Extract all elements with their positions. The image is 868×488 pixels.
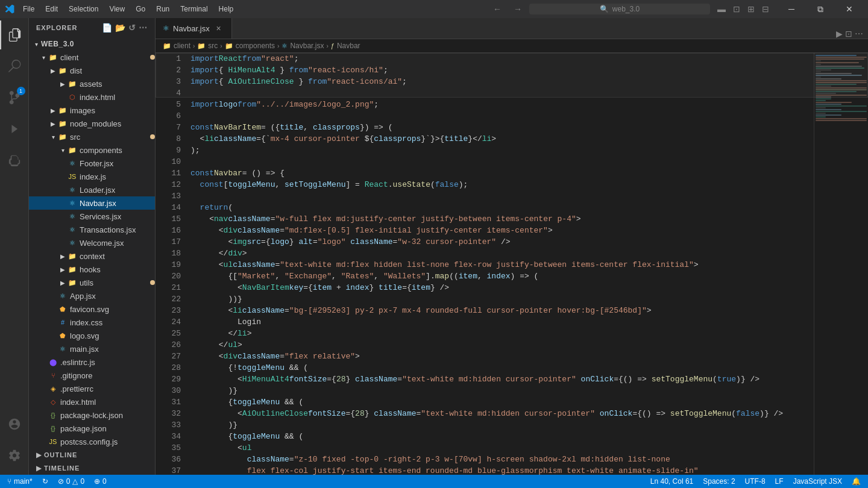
minimap-viewport[interactable] — [814, 53, 868, 98]
nav-forward-button[interactable]: → — [509, 0, 527, 18]
code-content[interactable]: import React from "react"; import { HiMe… — [186, 53, 814, 475]
tree-favicon-svg[interactable]: ⬟ favicon.svg — [29, 302, 155, 316]
menu-edit[interactable]: Edit — [40, 2, 63, 16]
status-line-col[interactable]: Ln 40, Col 61 — [648, 475, 696, 488]
tree-gitignore[interactable]: ⑂ .gitignore — [29, 369, 155, 382]
title-search-text: web_3.0 — [612, 5, 640, 13]
tree-hooks[interactable]: ▶ 📁 hooks — [29, 263, 155, 276]
activity-extensions[interactable] — [0, 146, 29, 175]
tree-dist-index-html[interactable]: ⬡ index.html — [29, 90, 155, 104]
menu-run[interactable]: Run — [151, 2, 174, 16]
tree-context[interactable]: ▶ 📁 context — [29, 249, 155, 263]
status-encoding[interactable]: UTF-8 — [743, 475, 768, 488]
tree-dist[interactable]: ▶ 📁 dist — [29, 64, 155, 77]
run-icon[interactable]: ▶ — [836, 29, 843, 39]
tree-footer-jsx[interactable]: ⚛ Footer.jsx — [29, 157, 155, 170]
status-language[interactable]: JavaScript JSX — [791, 475, 844, 488]
activity-source-control[interactable]: 1 — [0, 83, 29, 112]
tree-components[interactable]: ▾ 📁 components — [29, 143, 155, 157]
refresh-icon[interactable]: ↺ — [128, 23, 136, 33]
outline-section-header[interactable]: ▶ OUTLINE — [29, 448, 155, 461]
status-errors[interactable]: ⊘ 0 △ 0 — [55, 475, 87, 488]
status-sync[interactable]: ↻ — [40, 475, 51, 488]
status-spaces[interactable]: Spaces: 2 — [700, 475, 737, 488]
tree-client[interactable]: ▾ 📁 client — [29, 51, 155, 64]
tree-package-json[interactable]: {} package.json — [29, 422, 155, 435]
code-line-33: )} — [190, 419, 814, 431]
tree-node-modules[interactable]: ▶ 📁 node_modules — [29, 117, 155, 130]
breadcrumb-components[interactable]: components — [236, 42, 275, 50]
menu-file[interactable]: File — [18, 2, 39, 16]
tree-client-index-html[interactable]: ◇ index.html — [29, 395, 155, 408]
breadcrumb-client[interactable]: client — [174, 42, 190, 50]
breadcrumb-symbol[interactable]: Navbar — [337, 42, 360, 50]
restore-button[interactable]: ⧉ — [807, 0, 834, 18]
logo-svg-icon: ⬟ — [58, 331, 68, 340]
activity-settings[interactable] — [0, 441, 29, 470]
tree-app-jsx[interactable]: ⚛ App.jsx — [29, 289, 155, 302]
minimap-line-25 — [816, 98, 831, 99]
ln-34: 34 — [156, 431, 181, 442]
collapse-icon[interactable]: ⋯ — [139, 23, 148, 33]
timeline-section-header[interactable]: ▶ TIMELINE — [29, 461, 155, 475]
breadcrumb-file[interactable]: Navbar.jsx — [290, 42, 324, 50]
menu-terminal[interactable]: Terminal — [175, 2, 212, 16]
tree-welcome-jsx[interactable]: ⚛ Welcome.jsx — [29, 236, 155, 249]
ln-36: 36 — [156, 454, 181, 465]
services-jsx-label: Services.jsx — [80, 212, 155, 221]
new-folder-icon[interactable]: 📂 — [115, 23, 126, 33]
title-search-bar[interactable]: 🔍 web_3.0 — [529, 4, 710, 14]
tree-index-js[interactable]: JS index.js — [29, 170, 155, 183]
tree-assets[interactable]: ▶ 📁 assets — [29, 77, 155, 90]
code-line-10 — [190, 156, 814, 167]
tree-images[interactable]: ▶ 📁 images — [29, 104, 155, 117]
ln-22: 22 — [156, 293, 181, 305]
tree-main-jsx[interactable]: ⚛ main.jsx — [29, 342, 155, 355]
status-line-ending[interactable]: LF — [773, 475, 786, 488]
tab-bar: ⚛ Navbar.jsx × ▶ ⊡ ⋯ — [156, 18, 868, 39]
tree-services-jsx[interactable]: ⚛ Services.jsx — [29, 210, 155, 223]
tree-logo-svg[interactable]: ⬟ logo.svg — [29, 329, 155, 342]
tree-loader-jsx[interactable]: ⚛ Loader.jsx — [29, 183, 155, 196]
layout-icon-1[interactable]: ▬ — [715, 2, 728, 16]
status-remote[interactable]: ⊕ 0 — [92, 475, 109, 488]
tree-root[interactable]: ▾ WEB_3.0 — [29, 37, 155, 51]
menu-selection[interactable]: Selection — [64, 2, 103, 16]
tab-navbar-jsx[interactable]: ⚛ Navbar.jsx × — [156, 18, 232, 39]
activity-run[interactable] — [0, 114, 29, 143]
breadcrumb-symbol-icon: ƒ — [331, 42, 335, 49]
layout-icon-2[interactable]: ⊡ — [731, 2, 743, 16]
breadcrumb-src[interactable]: src — [208, 42, 218, 50]
tree-package-lock[interactable]: {} package-lock.json — [29, 408, 155, 422]
status-branch[interactable]: ⑂ main* — [5, 475, 35, 488]
menu-help[interactable]: Help — [214, 2, 239, 16]
nav-back-button[interactable]: ← — [488, 0, 506, 18]
tree-postcss-config[interactable]: JS postcss.config.js — [29, 435, 155, 448]
minimize-button[interactable]: ─ — [778, 0, 805, 18]
tree-index-css[interactable]: # index.css — [29, 316, 155, 329]
activity-explorer[interactable] — [0, 20, 29, 49]
tree-navbar-jsx[interactable]: ⚛ Navbar.jsx — [29, 196, 155, 210]
code-line-15: <nav className="w-full flex md:justify-c… — [190, 213, 814, 225]
menu-go[interactable]: Go — [131, 2, 150, 16]
tree-utils[interactable]: ▶ 📁 utils — [29, 276, 155, 289]
close-button[interactable]: ✕ — [835, 0, 863, 18]
tree-eslintrc[interactable]: ⬤ .eslintrc.js — [29, 355, 155, 369]
activity-accounts[interactable] — [0, 410, 29, 439]
minimap-line-32 — [816, 111, 867, 112]
tree-src[interactable]: ▾ 📁 src — [29, 130, 155, 143]
index-html-icon: ⬡ — [68, 92, 77, 102]
split-editor-icon[interactable]: ⊡ — [845, 29, 852, 39]
tree-prettierrc[interactable]: ◈ .prettierrc — [29, 382, 155, 395]
new-file-icon[interactable]: 📄 — [102, 23, 113, 33]
layout-icon-3[interactable]: ⊞ — [745, 2, 757, 16]
menu-view[interactable]: View — [104, 2, 130, 16]
more-actions-icon[interactable]: ⋯ — [855, 29, 863, 39]
layout-icon-4[interactable]: ⊟ — [760, 2, 772, 16]
status-bell[interactable]: 🔔 — [849, 475, 863, 488]
tree-transactions-jsx[interactable]: ⚛ Transactions.jsx — [29, 223, 155, 236]
tab-close-button[interactable]: × — [213, 23, 224, 34]
welcome-jsx-icon: ⚛ — [68, 238, 77, 248]
activity-search[interactable] — [0, 52, 29, 81]
code-editor[interactable]: 1 2 3 4 5 6 7 8 9 10 11 12 13 14 15 16 1… — [156, 53, 868, 475]
